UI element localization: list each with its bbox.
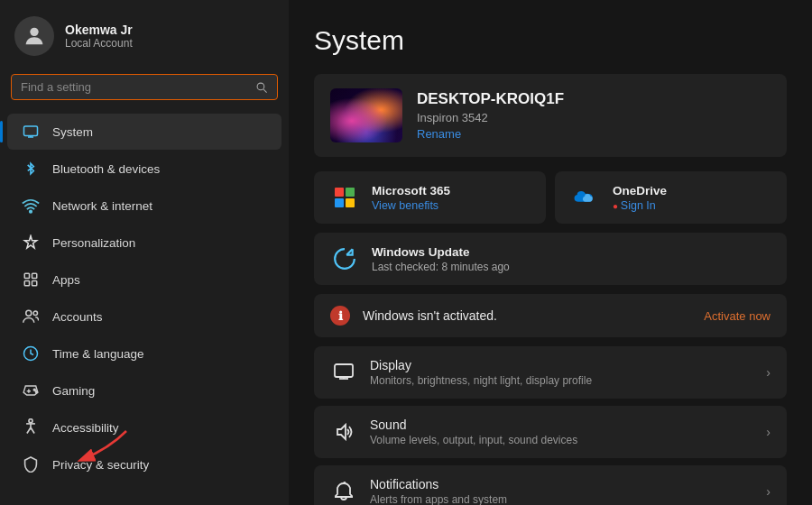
onedrive-icon <box>571 183 600 212</box>
svg-point-17 <box>35 390 37 392</box>
sidebar-item-system[interactable]: System <box>7 114 281 150</box>
device-rename-button[interactable]: Rename <box>417 127 564 141</box>
user-role: Local Account <box>65 37 133 50</box>
device-card: DESKTOP-KROIQ1F Inspiron 3542 Rename <box>314 74 787 157</box>
sidebar-item-bluetooth-label: Bluetooth & devices <box>52 162 160 176</box>
svg-marker-27 <box>337 425 346 439</box>
user-icon <box>22 23 47 49</box>
sidebar-item-accounts-label: Accounts <box>52 310 103 324</box>
svg-rect-8 <box>32 273 37 278</box>
accounts-icon <box>22 308 40 326</box>
sidebar-item-apps[interactable]: Apps <box>7 262 281 298</box>
search-box-wrapper[interactable] <box>11 74 278 100</box>
sound-settings-row[interactable]: Sound Volume levels, output, input, soun… <box>314 406 787 458</box>
sidebar-item-privacy[interactable]: Privacy & security <box>7 446 281 482</box>
svg-line-2 <box>263 89 267 93</box>
main-content: System DESKTOP-KROIQ1F Inspiron 3542 Ren… <box>289 0 812 505</box>
time-icon <box>22 344 40 363</box>
onedrive-card[interactable]: OneDrive ● Sign In <box>555 171 787 224</box>
sound-title: Sound <box>370 418 753 432</box>
sidebar-item-personalization[interactable]: Personalization <box>7 225 281 261</box>
user-section: Okemwa Jr Local Account <box>0 0 289 69</box>
svg-point-6 <box>30 210 32 213</box>
sound-subtitle: Volume levels, output, input, sound devi… <box>370 434 753 446</box>
onedrive-text: OneDrive ● Sign In <box>613 184 667 212</box>
nav-list: System Bluetooth & devices <box>0 109 289 505</box>
display-title: Display <box>370 358 753 372</box>
microsoft365-title: Microsoft 365 <box>372 184 450 197</box>
svg-line-22 <box>31 427 34 434</box>
microsoft365-text: Microsoft 365 View benefits <box>372 184 450 212</box>
svg-point-12 <box>33 311 38 316</box>
privacy-icon <box>22 455 40 473</box>
windows-update-row[interactable]: Windows Update Last checked: 8 minutes a… <box>314 233 787 285</box>
sidebar-item-gaming[interactable]: Gaming <box>7 372 281 409</box>
sidebar-item-personalization-label: Personalization <box>52 236 135 250</box>
svg-point-18 <box>29 419 32 423</box>
notifications-settings-text: Notifications Alerts from apps and syste… <box>370 477 753 505</box>
windows-update-title: Windows Update <box>372 245 510 259</box>
microsoft365-card[interactable]: Microsoft 365 View benefits <box>314 171 546 224</box>
notifications-settings-row[interactable]: Notifications Alerts from apps and syste… <box>314 465 787 505</box>
sidebar-item-time[interactable]: Time & language <box>7 335 281 372</box>
svg-point-11 <box>26 310 32 316</box>
device-name: DESKTOP-KROIQ1F <box>417 90 564 108</box>
notifications-title: Notifications <box>370 477 753 491</box>
warning-icon: ℹ <box>330 306 350 326</box>
sidebar-item-gaming-label: Gaming <box>52 384 95 398</box>
display-settings-text: Display Monitors, brightness, night ligh… <box>370 358 753 387</box>
svg-point-0 <box>30 28 38 36</box>
search-container <box>0 69 289 109</box>
sidebar-item-privacy-label: Privacy & security <box>52 458 149 472</box>
avatar <box>14 16 54 56</box>
sidebar-item-accounts[interactable]: Accounts <box>7 298 281 335</box>
svg-rect-3 <box>24 126 38 136</box>
sidebar-item-accessibility[interactable]: Accessibility <box>7 409 281 445</box>
personalization-icon <box>22 234 40 252</box>
activate-now-button[interactable]: Activate now <box>704 309 770 323</box>
services-row: Microsoft 365 View benefits OneDrive ● S… <box>314 171 787 224</box>
search-input[interactable] <box>21 80 255 94</box>
sidebar-item-apps-label: Apps <box>52 273 80 287</box>
windows-update-subtitle: Last checked: 8 minutes ago <box>372 261 510 273</box>
sidebar-item-bluetooth[interactable]: Bluetooth & devices <box>7 151 281 187</box>
sound-chevron-icon: › <box>766 425 770 439</box>
user-name: Okemwa Jr <box>65 23 133 37</box>
sidebar: Okemwa Jr Local Account <box>0 0 289 505</box>
warning-text: Windows isn't activated. <box>363 308 691 323</box>
device-thumbnail-graphic <box>330 88 402 142</box>
sidebar-item-system-label: System <box>52 125 93 139</box>
windows-update-text: Windows Update Last checked: 8 minutes a… <box>372 245 510 273</box>
onedrive-signin[interactable]: ● Sign In <box>613 199 667 212</box>
notifications-chevron-icon: › <box>766 484 770 499</box>
svg-rect-9 <box>24 281 29 286</box>
svg-rect-7 <box>24 273 29 278</box>
display-settings-row[interactable]: Display Monitors, brightness, night ligh… <box>314 346 787 399</box>
sidebar-item-network[interactable]: Network & internet <box>7 188 281 224</box>
search-icon <box>255 81 268 94</box>
onedrive-title: OneDrive <box>613 184 667 197</box>
svg-point-16 <box>33 389 35 390</box>
sound-settings-text: Sound Volume levels, output, input, soun… <box>370 418 753 446</box>
device-info: DESKTOP-KROIQ1F Inspiron 3542 Rename <box>417 90 564 141</box>
microsoft365-action[interactable]: View benefits <box>372 199 450 212</box>
sidebar-item-network-label: Network & internet <box>52 199 152 213</box>
svg-rect-24 <box>335 364 353 377</box>
display-subtitle: Monitors, brightness, night light, displ… <box>370 374 753 387</box>
network-icon <box>22 197 40 215</box>
onedrive-dot: ● <box>613 201 621 211</box>
notifications-icon <box>330 478 357 505</box>
user-info: Okemwa Jr Local Account <box>65 23 133 50</box>
system-icon <box>22 123 40 141</box>
microsoft365-icon <box>330 183 359 212</box>
sound-icon <box>330 418 357 445</box>
device-thumbnail <box>330 88 402 142</box>
svg-point-1 <box>257 83 264 90</box>
sidebar-item-time-label: Time & language <box>52 347 144 361</box>
display-chevron-icon: › <box>766 365 770 380</box>
svg-line-21 <box>27 427 31 434</box>
device-model: Inspiron 3542 <box>417 111 564 124</box>
activation-warning-row[interactable]: ℹ Windows isn't activated. Activate now <box>314 294 787 337</box>
bluetooth-icon <box>22 160 40 178</box>
display-icon <box>330 359 357 386</box>
